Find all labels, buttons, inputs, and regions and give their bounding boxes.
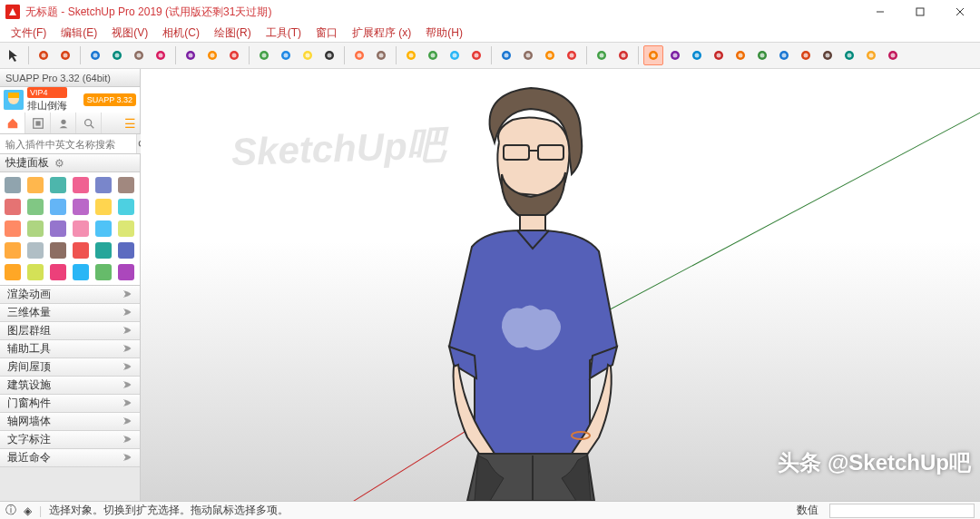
quick-icon-25[interactable] bbox=[25, 262, 45, 282]
quick-icon-10[interactable] bbox=[93, 197, 113, 217]
quick-icon-9[interactable] bbox=[71, 197, 91, 217]
select-tool[interactable] bbox=[4, 45, 24, 65]
suapp13-tool[interactable] bbox=[883, 45, 903, 65]
panel-header[interactable]: SUAPP Pro 3.32 (64bit) bbox=[0, 69, 140, 87]
quick-icon-24[interactable] bbox=[3, 262, 23, 282]
suapp10-tool[interactable] bbox=[818, 45, 838, 65]
category-2[interactable]: 图层群组⮞ bbox=[0, 322, 140, 340]
eraser-tool[interactable] bbox=[34, 45, 54, 65]
default-figure[interactable] bbox=[404, 74, 658, 501]
outliner-tool[interactable] bbox=[540, 45, 560, 65]
arc-tool[interactable] bbox=[107, 45, 127, 65]
zoom-tool[interactable] bbox=[423, 45, 443, 65]
suapp4-tool[interactable] bbox=[687, 45, 707, 65]
layers-tool[interactable] bbox=[518, 45, 538, 65]
suapp9-tool[interactable] bbox=[796, 45, 816, 65]
quick-icon-13[interactable] bbox=[25, 219, 45, 239]
tab-home[interactable] bbox=[0, 113, 25, 133]
menu-item-7[interactable]: 扩展程序 (x) bbox=[347, 24, 416, 43]
menu-item-4[interactable]: 绘图(R) bbox=[209, 24, 257, 43]
tab-plugins[interactable] bbox=[25, 113, 51, 133]
quick-panel-header[interactable]: 快捷面板 ⚙ bbox=[0, 154, 140, 172]
quick-icon-12[interactable] bbox=[3, 219, 23, 239]
category-4[interactable]: 房间屋顶⮞ bbox=[0, 358, 140, 377]
quick-icon-0[interactable] bbox=[3, 175, 23, 195]
quick-icon-15[interactable] bbox=[71, 219, 91, 239]
suapp8-tool[interactable] bbox=[774, 45, 794, 65]
quick-icon-20[interactable] bbox=[48, 240, 68, 260]
category-9[interactable]: 最近命令⮞ bbox=[0, 449, 140, 467]
warehouse-tool[interactable] bbox=[496, 45, 516, 65]
category-1[interactable]: 三维体量⮞ bbox=[0, 304, 140, 322]
quick-icon-11[interactable] bbox=[116, 197, 136, 217]
quick-icon-29[interactable] bbox=[116, 262, 136, 282]
scale-tool[interactable] bbox=[276, 45, 296, 65]
offset-tool[interactable] bbox=[202, 45, 222, 65]
category-6[interactable]: 门窗构件⮞ bbox=[0, 395, 140, 413]
quick-icon-17[interactable] bbox=[116, 219, 136, 239]
pencil-tool[interactable] bbox=[55, 45, 75, 65]
quick-icon-5[interactable] bbox=[116, 175, 136, 195]
suapp11-tool[interactable] bbox=[839, 45, 859, 65]
orbit-tool[interactable] bbox=[371, 45, 391, 65]
avatar[interactable] bbox=[4, 90, 24, 110]
menu-item-0[interactable]: 文件(F) bbox=[5, 24, 52, 43]
suapp12-tool[interactable] bbox=[861, 45, 881, 65]
category-0[interactable]: 渲染动画⮞ bbox=[0, 286, 140, 304]
quick-icon-27[interactable] bbox=[71, 262, 91, 282]
tab-search[interactable] bbox=[76, 113, 102, 133]
ext-warehouse-tool[interactable] bbox=[562, 45, 582, 65]
measure-input[interactable] bbox=[829, 504, 975, 518]
quick-icon-23[interactable] bbox=[116, 240, 136, 260]
suapp1-tool[interactable] bbox=[613, 45, 633, 65]
quick-icon-22[interactable] bbox=[93, 240, 113, 260]
quick-icon-14[interactable] bbox=[48, 219, 68, 239]
category-8[interactable]: 文字标注⮞ bbox=[0, 431, 140, 449]
circle-tool[interactable] bbox=[151, 45, 171, 65]
quick-icon-28[interactable] bbox=[93, 262, 113, 282]
rotate-tool[interactable] bbox=[254, 45, 274, 65]
suapp5-tool[interactable] bbox=[709, 45, 729, 65]
quick-icon-21[interactable] bbox=[71, 240, 91, 260]
category-7[interactable]: 轴网墙体⮞ bbox=[0, 413, 140, 431]
quick-icon-16[interactable] bbox=[93, 219, 113, 239]
menu-item-8[interactable]: 帮助(H) bbox=[420, 24, 468, 43]
category-3[interactable]: 辅助工具⮞ bbox=[0, 340, 140, 358]
viewport-3d[interactable]: SketchUp吧 bbox=[141, 69, 980, 501]
menu-item-3[interactable]: 相机(C) bbox=[157, 24, 205, 43]
push-tool[interactable] bbox=[181, 45, 201, 65]
quick-icon-1[interactable] bbox=[25, 175, 45, 195]
menu-item-1[interactable]: 编辑(E) bbox=[55, 24, 103, 43]
geo-icon[interactable]: ◈ bbox=[24, 504, 32, 517]
paint-tool[interactable] bbox=[349, 45, 369, 65]
move-tool[interactable] bbox=[224, 45, 244, 65]
line-tool[interactable] bbox=[85, 45, 105, 65]
menu-item-6[interactable]: 窗口 bbox=[310, 24, 343, 43]
suapp6-tool[interactable] bbox=[730, 45, 750, 65]
category-5[interactable]: 建筑设施⮞ bbox=[0, 377, 140, 395]
menu-item-2[interactable]: 视图(V) bbox=[106, 24, 153, 43]
quick-icon-19[interactable] bbox=[25, 240, 45, 260]
rectangle-tool[interactable] bbox=[129, 45, 149, 65]
suapp2-tool[interactable] bbox=[643, 45, 663, 65]
quick-icon-7[interactable] bbox=[25, 197, 45, 217]
suapp7-tool[interactable] bbox=[752, 45, 772, 65]
maximize-button[interactable] bbox=[900, 0, 940, 24]
quick-icon-26[interactable] bbox=[48, 262, 68, 282]
quick-icon-3[interactable] bbox=[71, 175, 91, 195]
3d-tool[interactable] bbox=[466, 45, 486, 65]
tape-tool[interactable] bbox=[298, 45, 318, 65]
search-input[interactable] bbox=[0, 134, 136, 153]
quick-icon-6[interactable] bbox=[3, 197, 23, 217]
help-icon[interactable]: ⓘ bbox=[5, 503, 16, 518]
gear-icon[interactable]: ⚙ bbox=[54, 157, 64, 170]
menu-item-5[interactable]: 工具(T) bbox=[260, 24, 307, 43]
zoom-ext-tool[interactable] bbox=[445, 45, 465, 65]
quick-icon-4[interactable] bbox=[93, 175, 113, 195]
tab-user[interactable] bbox=[51, 113, 76, 133]
menu-icon[interactable]: ☰ bbox=[124, 116, 136, 131]
quick-icon-2[interactable] bbox=[48, 175, 68, 195]
quick-icon-18[interactable] bbox=[3, 240, 23, 260]
pan-tool[interactable] bbox=[401, 45, 421, 65]
minimize-button[interactable] bbox=[860, 0, 900, 24]
